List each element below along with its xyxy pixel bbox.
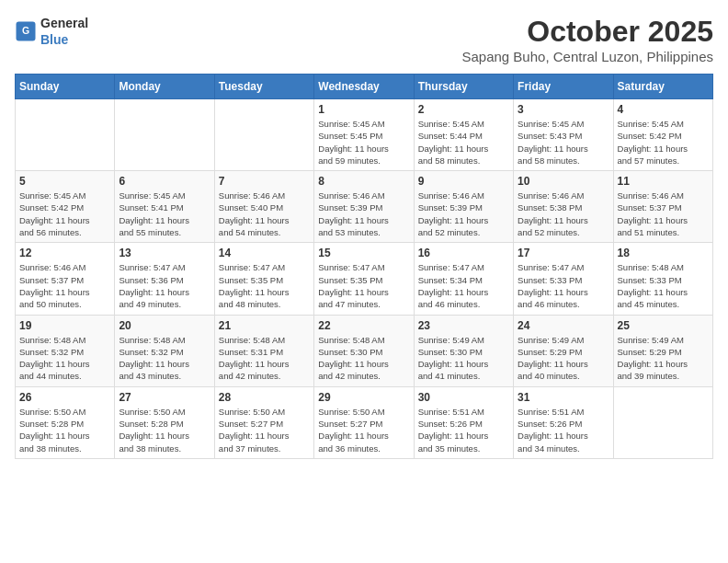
day-number: 17 [518,247,609,259]
day-number: 5 [19,175,110,188]
day-info: Sunrise: 5:46 AMSunset: 5:39 PMDaylight:… [318,190,409,238]
calendar-cell [16,99,115,171]
weekday-header-tuesday: Tuesday [214,75,313,99]
day-number: 4 [618,103,709,116]
calendar-cell: 28Sunrise: 5:50 AMSunset: 5:27 PMDayligh… [214,386,313,458]
day-info: Sunrise: 5:46 AMSunset: 5:37 PMDaylight:… [19,261,110,310]
calendar-cell: 26Sunrise: 5:50 AMSunset: 5:28 PMDayligh… [16,386,115,458]
title-section: October 2025 Sapang Buho, Central Luzon,… [461,15,713,64]
weekday-header-friday: Friday [514,75,613,99]
day-info: Sunrise: 5:45 AMSunset: 5:45 PMDaylight:… [318,118,409,167]
calendar-cell: 14Sunrise: 5:47 AMSunset: 5:35 PMDayligh… [214,243,313,315]
day-info: Sunrise: 5:46 AMSunset: 5:38 PMDaylight:… [518,190,609,238]
day-info: Sunrise: 5:49 AMSunset: 5:29 PMDaylight:… [618,334,709,383]
day-number: 28 [219,391,310,404]
day-number: 23 [418,319,509,332]
calendar-cell: 23Sunrise: 5:49 AMSunset: 5:30 PMDayligh… [414,315,513,386]
day-info: Sunrise: 5:45 AMSunset: 5:42 PMDaylight:… [19,190,110,238]
logo-text: General Blue [40,15,88,48]
day-info: Sunrise: 5:49 AMSunset: 5:29 PMDaylight:… [518,334,609,383]
day-info: Sunrise: 5:45 AMSunset: 5:43 PMDaylight:… [518,118,609,167]
day-number: 14 [219,247,310,259]
calendar-cell: 12Sunrise: 5:46 AMSunset: 5:37 PMDayligh… [16,243,115,315]
calendar-cell: 11Sunrise: 5:46 AMSunset: 5:37 PMDayligh… [613,171,712,243]
calendar-cell: 3Sunrise: 5:45 AMSunset: 5:43 PMDaylight… [514,99,613,171]
calendar-cell: 27Sunrise: 5:50 AMSunset: 5:28 PMDayligh… [115,386,214,458]
day-number: 25 [618,319,709,332]
day-number: 24 [518,319,609,332]
calendar-cell [613,386,712,458]
calendar-cell: 30Sunrise: 5:51 AMSunset: 5:26 PMDayligh… [414,386,513,458]
day-info: Sunrise: 5:50 AMSunset: 5:27 PMDaylight:… [318,406,409,454]
calendar-cell: 5Sunrise: 5:45 AMSunset: 5:42 PMDaylight… [16,171,115,243]
calendar: SundayMondayTuesdayWednesdayThursdayFrid… [15,74,713,459]
day-info: Sunrise: 5:47 AMSunset: 5:33 PMDaylight:… [518,261,609,310]
calendar-cell: 16Sunrise: 5:47 AMSunset: 5:34 PMDayligh… [414,243,513,315]
day-number: 13 [119,247,210,259]
calendar-cell: 18Sunrise: 5:48 AMSunset: 5:33 PMDayligh… [613,243,712,315]
day-number: 30 [418,391,509,404]
week-row-4: 19Sunrise: 5:48 AMSunset: 5:32 PMDayligh… [16,315,713,386]
day-info: Sunrise: 5:51 AMSunset: 5:26 PMDaylight:… [518,406,609,454]
logo-general: General [40,16,88,30]
day-number: 3 [518,103,609,116]
week-row-3: 12Sunrise: 5:46 AMSunset: 5:37 PMDayligh… [16,243,713,315]
calendar-cell: 17Sunrise: 5:47 AMSunset: 5:33 PMDayligh… [514,243,613,315]
day-number: 12 [19,247,110,259]
svg-text:G: G [22,25,29,36]
day-info: Sunrise: 5:46 AMSunset: 5:37 PMDaylight:… [618,190,709,238]
calendar-cell: 19Sunrise: 5:48 AMSunset: 5:32 PMDayligh… [16,315,115,386]
day-info: Sunrise: 5:47 AMSunset: 5:34 PMDaylight:… [418,261,509,310]
day-number: 1 [318,103,409,116]
calendar-cell: 22Sunrise: 5:48 AMSunset: 5:30 PMDayligh… [314,315,414,386]
calendar-cell [115,99,214,171]
logo: G General Blue [15,15,88,48]
weekday-header-saturday: Saturday [613,75,712,99]
week-row-1: 1Sunrise: 5:45 AMSunset: 5:45 PMDaylight… [16,99,713,171]
day-info: Sunrise: 5:48 AMSunset: 5:32 PMDaylight:… [119,334,210,383]
day-number: 26 [19,391,110,404]
day-info: Sunrise: 5:46 AMSunset: 5:40 PMDaylight:… [219,190,310,238]
day-info: Sunrise: 5:51 AMSunset: 5:26 PMDaylight:… [418,406,509,454]
header: G General Blue October 2025 Sapang Buho,… [15,15,713,64]
calendar-cell: 6Sunrise: 5:45 AMSunset: 5:41 PMDaylight… [115,171,214,243]
weekday-header-monday: Monday [115,75,214,99]
weekday-header-row: SundayMondayTuesdayWednesdayThursdayFrid… [16,75,713,99]
day-number: 11 [618,175,709,188]
day-number: 21 [219,319,310,332]
day-info: Sunrise: 5:48 AMSunset: 5:33 PMDaylight:… [618,261,709,310]
weekday-header-thursday: Thursday [414,75,513,99]
day-number: 31 [518,391,609,404]
logo-blue: Blue [40,32,68,47]
calendar-cell: 15Sunrise: 5:47 AMSunset: 5:35 PMDayligh… [314,243,414,315]
calendar-cell: 20Sunrise: 5:48 AMSunset: 5:32 PMDayligh… [115,315,214,386]
day-info: Sunrise: 5:45 AMSunset: 5:44 PMDaylight:… [418,118,509,167]
day-info: Sunrise: 5:45 AMSunset: 5:41 PMDaylight:… [119,190,210,238]
calendar-cell: 1Sunrise: 5:45 AMSunset: 5:45 PMDaylight… [314,99,414,171]
day-info: Sunrise: 5:47 AMSunset: 5:36 PMDaylight:… [119,261,210,310]
calendar-cell: 9Sunrise: 5:46 AMSunset: 5:39 PMDaylight… [414,171,513,243]
day-info: Sunrise: 5:50 AMSunset: 5:27 PMDaylight:… [219,406,310,454]
day-number: 27 [119,391,210,404]
calendar-cell: 13Sunrise: 5:47 AMSunset: 5:36 PMDayligh… [115,243,214,315]
day-info: Sunrise: 5:47 AMSunset: 5:35 PMDaylight:… [318,261,409,310]
day-number: 19 [19,319,110,332]
calendar-cell: 8Sunrise: 5:46 AMSunset: 5:39 PMDaylight… [314,171,414,243]
calendar-cell: 7Sunrise: 5:46 AMSunset: 5:40 PMDaylight… [214,171,313,243]
day-info: Sunrise: 5:46 AMSunset: 5:39 PMDaylight:… [418,190,509,238]
day-info: Sunrise: 5:47 AMSunset: 5:35 PMDaylight:… [219,261,310,310]
day-number: 20 [119,319,210,332]
calendar-cell: 10Sunrise: 5:46 AMSunset: 5:38 PMDayligh… [514,171,613,243]
day-info: Sunrise: 5:49 AMSunset: 5:30 PMDaylight:… [418,334,509,383]
calendar-cell [214,99,313,171]
day-number: 6 [119,175,210,188]
week-row-5: 26Sunrise: 5:50 AMSunset: 5:28 PMDayligh… [16,386,713,458]
day-info: Sunrise: 5:48 AMSunset: 5:30 PMDaylight:… [318,334,409,383]
weekday-header-sunday: Sunday [16,75,115,99]
calendar-cell: 4Sunrise: 5:45 AMSunset: 5:42 PMDaylight… [613,99,712,171]
day-info: Sunrise: 5:50 AMSunset: 5:28 PMDaylight:… [19,406,110,454]
day-number: 8 [318,175,409,188]
calendar-cell: 24Sunrise: 5:49 AMSunset: 5:29 PMDayligh… [514,315,613,386]
day-info: Sunrise: 5:50 AMSunset: 5:28 PMDaylight:… [119,406,210,454]
day-info: Sunrise: 5:45 AMSunset: 5:42 PMDaylight:… [618,118,709,167]
